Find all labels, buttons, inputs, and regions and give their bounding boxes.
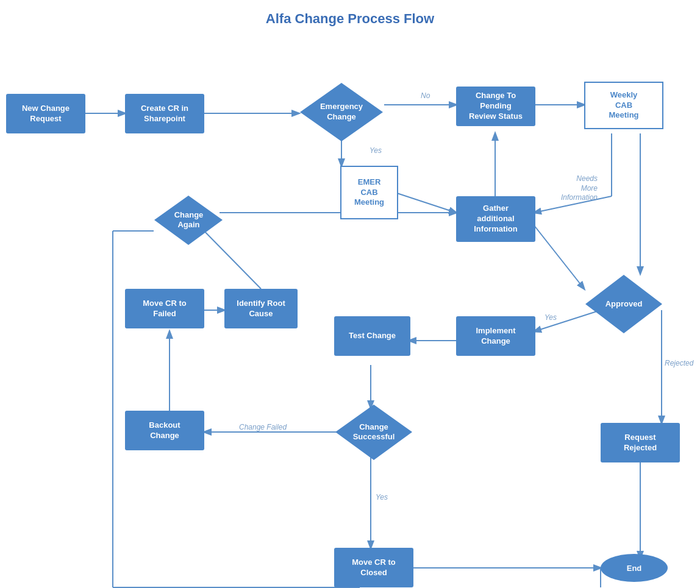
diagram: No Yes NeedsMoreInformation Yes Rejected… [0, 33, 700, 588]
label-yes-approved: Yes [545, 313, 557, 322]
node-emergency-change: Emergency Change [299, 82, 384, 143]
svg-line-5 [397, 193, 456, 213]
node-implement-change: Implement Change [456, 316, 535, 356]
label-rejected: Rejected [665, 359, 693, 367]
node-move-cr-closed: Move CR to Closed [334, 548, 413, 587]
node-emer-cab: EMER CAB Meeting [340, 166, 398, 219]
node-identify-root-cause: Identify Root Cause [224, 289, 298, 328]
node-create-cr: Create CR in Sharepoint [125, 94, 204, 133]
label-yes-emergency: Yes [370, 146, 382, 155]
label-change-failed: Change Failed [239, 423, 287, 431]
label-yes-successful: Yes [376, 493, 388, 501]
node-gather-info: Gather additional Information [456, 196, 535, 242]
node-approved: Approved [584, 274, 663, 335]
node-change-to-pending: Change To Pending Review Status [456, 87, 535, 126]
label-no: No [421, 91, 430, 100]
node-test-change: Test Change [334, 316, 410, 356]
label-needs-more: NeedsMoreInformation [561, 174, 598, 203]
page-title: Alfa Change Process Flow [0, 0, 700, 33]
node-end: End [601, 554, 668, 582]
svg-line-9 [534, 225, 584, 289]
node-request-rejected: Request Rejected [601, 423, 680, 462]
node-move-cr-failed: Move CR to Failed [125, 289, 204, 328]
node-backout-change: Backout Change [125, 411, 204, 450]
node-change-successful: Change Successful [334, 403, 413, 461]
node-new-change-request: New Change Request [6, 94, 85, 133]
node-change-again: Change Again [154, 194, 224, 246]
node-weekly-cab: Weekly CAB Meeting [584, 82, 663, 129]
